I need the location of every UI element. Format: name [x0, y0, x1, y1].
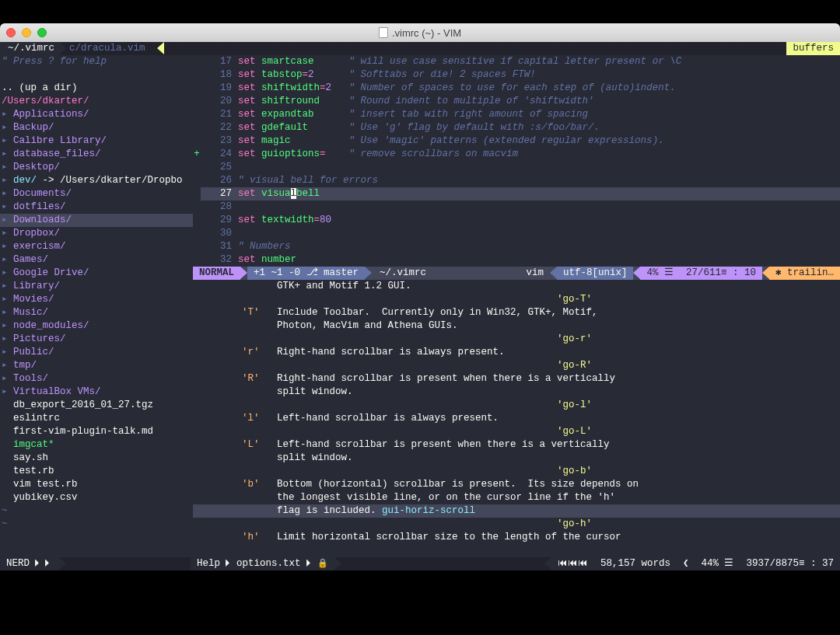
- help-line: Photon, MacVim and Athena GUIs.: [193, 319, 840, 333]
- nerdtree-dir[interactable]: ▸ Applications/: [0, 108, 193, 121]
- nerdtree-dir[interactable]: ▸ Tools/: [0, 372, 193, 386]
- nerdtree-file[interactable]: first-vim-plugin-talk.md: [0, 425, 193, 438]
- statusline-top: NORMAL +1 ~1 -0 ⎇ master ~/.vimrc vim ut…: [193, 267, 840, 280]
- nerdtree-dir[interactable]: ▸ Google Drive/: [0, 267, 193, 280]
- filename: ~/.vimrc: [372, 267, 434, 280]
- editor-line[interactable]: 20set shiftround " Round indent to multi…: [193, 95, 840, 108]
- help-line: 'go-b': [193, 465, 840, 478]
- nerdtree-file[interactable]: say.sh: [0, 452, 193, 465]
- nerdtree-status: NERD ⏵⏵: [0, 557, 59, 570]
- editor-line[interactable]: 27set visualbell: [193, 187, 840, 201]
- chevron-right-icon: ⏵: [304, 557, 314, 570]
- nerdtree-dir[interactable]: ▸ Calibre Library/: [0, 134, 193, 148]
- sep-icon: [334, 557, 341, 570]
- close-window-button[interactable]: [6, 28, 16, 37]
- tab-separator-icon: [59, 42, 66, 54]
- minimize-window-button[interactable]: [22, 28, 31, 37]
- nerdtree-dir[interactable]: ▸ VirtualBox VMs/: [0, 386, 193, 399]
- nerdtree-downloads-dir[interactable]: ▸ Downloads/: [0, 214, 193, 227]
- nerdtree-dir[interactable]: ▸ Games/: [0, 253, 193, 267]
- help-position: 3937/8875≡ : 37: [740, 557, 840, 570]
- buffers-tab[interactable]: buffers: [786, 42, 840, 55]
- nerdtree-cwd[interactable]: /Users/dkarter/: [0, 95, 193, 108]
- help-line: split window.: [193, 452, 840, 465]
- buffers-arrow-icon: [157, 42, 164, 54]
- help-line: the longest visible line, or on the curs…: [193, 491, 840, 504]
- editor-line[interactable]: 19set shiftwidth=2 " Number of spaces to…: [193, 82, 840, 95]
- nerdtree-dir[interactable]: ▸ exercism/: [0, 240, 193, 253]
- nerdtree-dir[interactable]: ▸ tmp/: [0, 359, 193, 372]
- editor-pane[interactable]: 17set smartcase " will use case sensitiv…: [193, 55, 840, 267]
- bottom-tabline: NERD ⏵⏵ Help ⏵ options.txt ⏵ 🔒 ⏮⏮⏮ 58,15…: [0, 557, 840, 570]
- nerdtree-file[interactable]: imgcat*: [0, 438, 193, 452]
- zoom-window-button[interactable]: [37, 28, 47, 37]
- editor-line[interactable]: 29set textwidth=80: [193, 214, 840, 227]
- help-line: split window.: [193, 386, 840, 399]
- help-pane[interactable]: GTK+ and Motif 1.2 GUI. 'go-T' 'T' Inclu…: [193, 280, 840, 557]
- nerdtree-dev-symlink[interactable]: ▸ dev/ -> /Users/dkarter/Dropbo: [0, 174, 193, 187]
- nerdtree-file[interactable]: yubikey.csv: [0, 491, 193, 504]
- nerdtree-dir[interactable]: ▸ Library/: [0, 280, 193, 293]
- tabline: ~/.vimrc c/dracula.vim buffers: [0, 42, 840, 55]
- help-line: 'go-r': [193, 333, 840, 346]
- editor-line[interactable]: 28: [193, 201, 840, 214]
- help-line: 'T' Include Toolbar. Currently only in W…: [193, 306, 840, 319]
- editor-line[interactable]: 26" visual bell for errors: [193, 174, 840, 187]
- help-line: flag is included. gui-horiz-scroll: [193, 504, 840, 518]
- help-line: GTK+ and Motif 1.2 GUI.: [193, 280, 840, 293]
- lock-icon: 🔒: [317, 557, 328, 570]
- sep-icon: [59, 557, 66, 570]
- help-line: 'b' Bottom (horizontal) scrollbar is pre…: [193, 478, 840, 491]
- traffic-lights: [6, 28, 47, 37]
- nerdtree-file[interactable]: db_export_2016_01_27.tgz: [0, 399, 193, 412]
- filetype: vim: [520, 267, 550, 280]
- nerdtree-dir[interactable]: ▸ Dropbox/: [0, 227, 193, 240]
- chevron-right-icon: ⏵: [223, 557, 233, 570]
- rewind-icon[interactable]: ⏮⏮⏮: [551, 557, 594, 570]
- nerdtree-dir[interactable]: ▸ Pictures/: [0, 333, 193, 346]
- nerdtree-sidebar[interactable]: " Press ? for help .. (up a dir) /Users/…: [0, 55, 193, 557]
- editor-line[interactable]: 32set number: [193, 253, 840, 267]
- tab-separator-icon: [150, 42, 157, 54]
- percent: 4% ☰: [640, 267, 680, 280]
- document-icon: [379, 27, 388, 38]
- window: .vimrc (~) - VIM ~/.vimrc c/dracula.vim …: [0, 23, 840, 570]
- nerdtree-dir[interactable]: ▸ database_files/: [0, 148, 193, 161]
- trailing-whitespace: ✱ trailin…: [769, 267, 840, 280]
- editor-line[interactable]: 23set magic " Use 'magic' patterns (exte…: [193, 134, 840, 148]
- nerdtree-file[interactable]: test.rb: [0, 465, 193, 478]
- nerdtree-up-dir[interactable]: .. (up a dir): [0, 82, 193, 95]
- nerdtree-dir[interactable]: ▸ Movies/: [0, 293, 193, 306]
- nerdtree-dir[interactable]: ▸ Public/: [0, 346, 193, 359]
- window-title-text: .vimrc (~) - VIM: [392, 26, 461, 40]
- editor-line[interactable]: 22set gdefault " Use 'g' flag by default…: [193, 121, 840, 134]
- help-line: 'r' Right-hand scrollbar is always prese…: [193, 346, 840, 359]
- editor-line[interactable]: +24set guioptions= " remove scrollbars o…: [193, 148, 840, 161]
- editor-line[interactable]: 18set tabstop=2 " Softtabs or die! 2 spa…: [193, 68, 840, 82]
- nerdtree-file[interactable]: vim test.rb: [0, 478, 193, 491]
- window-title: .vimrc (~) - VIM: [379, 26, 461, 40]
- nerdtree-file[interactable]: eslintrc: [0, 412, 193, 425]
- nerdtree-dir[interactable]: ▸ node_modules/: [0, 319, 193, 333]
- tab-vimrc[interactable]: ~/.vimrc: [0, 42, 59, 55]
- nerdtree-dir[interactable]: ▸ dotfiles/: [0, 201, 193, 214]
- editor-line[interactable]: 31" Numbers: [193, 240, 840, 253]
- help-line: 'l' Left-hand scrollbar is always presen…: [193, 412, 840, 425]
- editor-line[interactable]: 21set expandtab " insert tab with right …: [193, 108, 840, 121]
- nerdtree-dir[interactable]: ▸ Documents/: [0, 187, 193, 201]
- empty-line-tilde: ~: [0, 504, 193, 518]
- encoding: utf-8[unix]: [557, 267, 634, 280]
- nerdtree-dir[interactable]: ▸ Desktop/: [0, 161, 193, 174]
- editor-line[interactable]: 30: [193, 227, 840, 240]
- help-line: 'R' Right-hand scrollbar is present when…: [193, 372, 840, 386]
- line-col: 27/611≡ : 10: [680, 267, 762, 280]
- help-line: 'go-T': [193, 293, 840, 306]
- git-hunks: +1 ~1 -0 ⎇ master: [247, 267, 365, 280]
- editor-line[interactable]: 17set smartcase " will use case sensitiv…: [193, 55, 840, 68]
- editor-line[interactable]: 25: [193, 161, 840, 174]
- help-line: 'L' Left-hand scrollbar is present when …: [193, 438, 840, 452]
- help-line: 'go-R': [193, 359, 840, 372]
- nerdtree-dir[interactable]: ▸ Music/: [0, 306, 193, 319]
- nerdtree-dir[interactable]: ▸ Backup/: [0, 121, 193, 134]
- tab-dracula[interactable]: c/dracula.vim: [66, 42, 150, 55]
